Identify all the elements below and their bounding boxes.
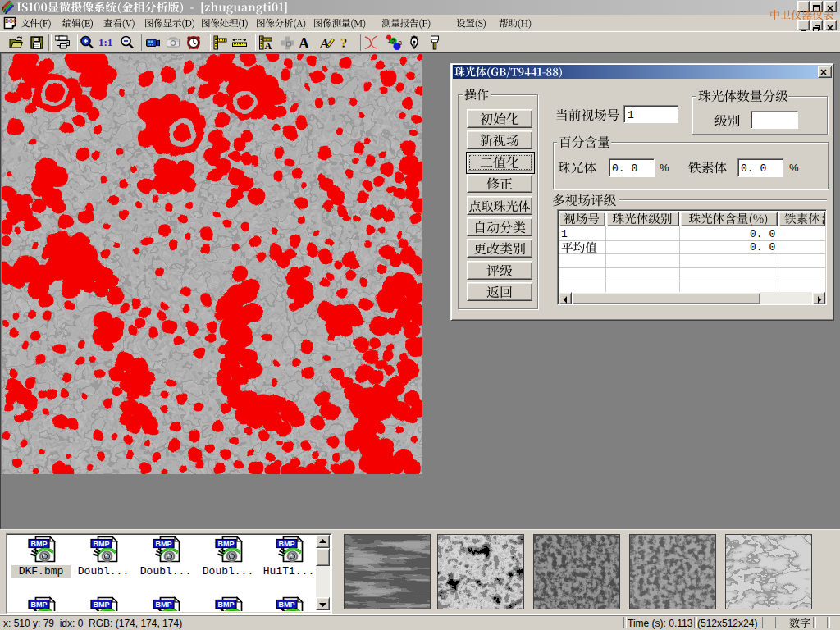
svg-text:BMP: BMP	[218, 600, 235, 609]
svg-text:BMP: BMP	[218, 540, 235, 548]
svg-text:3: 3	[399, 39, 403, 47]
svg-text:?: ?	[340, 35, 348, 51]
svg-text:A: A	[320, 36, 329, 51]
svg-text:DOC: DOC	[5, 18, 16, 24]
svg-text:BMP: BMP	[279, 600, 295, 609]
svg-text:BMP: BMP	[279, 540, 295, 548]
svg-text:BMP: BMP	[31, 600, 48, 609]
svg-text:BMP: BMP	[31, 540, 48, 548]
svg-text:BMP: BMP	[156, 540, 172, 548]
svg-text:2: 2	[391, 38, 395, 45]
svg-text:BMP: BMP	[94, 600, 110, 609]
svg-text:BMP: BMP	[94, 540, 110, 548]
svg-text:A: A	[299, 35, 309, 52]
svg-text:BMP: BMP	[156, 600, 172, 609]
svg-text:A: A	[265, 40, 272, 52]
